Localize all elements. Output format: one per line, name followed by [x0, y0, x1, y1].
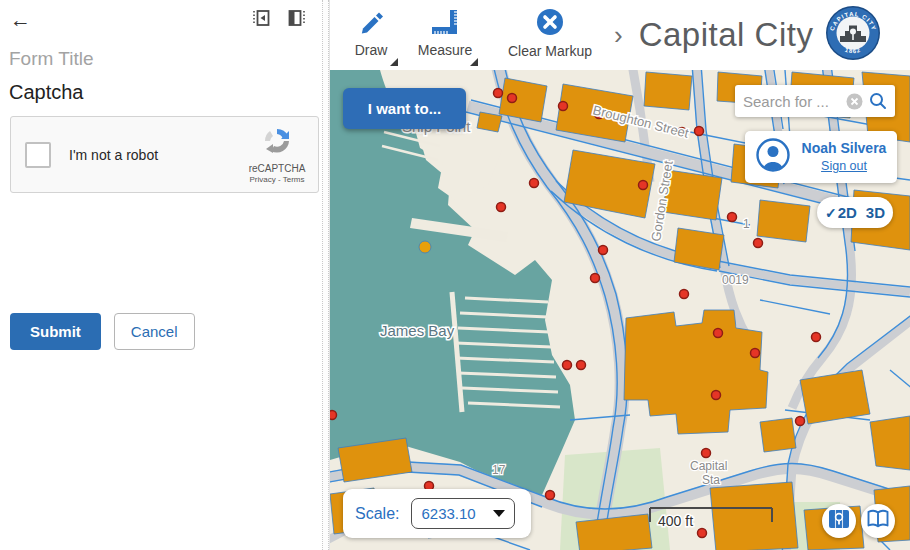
- map-label-parcel-1: 1: [743, 217, 750, 231]
- open-book-icon: [866, 509, 890, 533]
- ruler-icon: [430, 8, 460, 39]
- scale-dropdown-caret-icon[interactable]: [493, 510, 505, 517]
- map-label-capital-station-1: Capital: [690, 459, 727, 473]
- basemap-button[interactable]: [822, 504, 856, 538]
- captcha-section-title: Captcha: [9, 81, 329, 104]
- app-window: ← Form Title Captcha I'm not a: [0, 0, 910, 550]
- dock-right-icon[interactable]: [287, 8, 307, 32]
- view-3d-button[interactable]: 3D: [866, 204, 885, 221]
- clear-markup-tool-label: Clear Markup: [508, 43, 592, 59]
- app-title: Capital City: [639, 16, 814, 54]
- map-section: Draw: [330, 0, 910, 550]
- view-2d-button[interactable]: ✓ 2D: [825, 204, 857, 221]
- draw-tool-label: Draw: [355, 42, 388, 58]
- scale-value: 6233.10: [421, 505, 493, 522]
- panel-splitter-handle[interactable]: [322, 0, 329, 550]
- clear-markup-tool-button[interactable]: Clear Markup: [502, 2, 598, 69]
- draw-dropdown-caret-icon[interactable]: [390, 58, 398, 66]
- scale-combobox[interactable]: 6233.10: [411, 498, 515, 529]
- submit-button[interactable]: Submit: [10, 313, 101, 350]
- recaptcha-brand: reCAPTCHA Privacy - Terms: [244, 125, 310, 184]
- cancel-button[interactable]: Cancel: [114, 313, 195, 350]
- search-input[interactable]: [743, 93, 840, 110]
- basemap-icon: [828, 508, 850, 534]
- recaptcha-checkbox-label: I'm not a robot: [69, 147, 158, 163]
- city-logo: CAPITAL CITY 1862: [825, 5, 881, 65]
- top-toolbar: Draw: [330, 0, 910, 70]
- back-button[interactable]: ←: [10, 10, 31, 30]
- toolbar-expander-chevron-icon[interactable]: ›: [614, 22, 623, 48]
- search-bar: [735, 85, 895, 117]
- recaptcha-checkbox[interactable]: [25, 142, 51, 168]
- form-buttons-row: Submit Cancel: [10, 313, 329, 350]
- recaptcha-privacy-terms-links[interactable]: Privacy - Terms: [244, 175, 310, 184]
- draw-tool-button[interactable]: Draw: [342, 2, 400, 68]
- measure-dropdown-caret-icon[interactable]: [470, 58, 478, 66]
- form-title: Form Title: [9, 48, 329, 70]
- scalebar-label: 400 ft: [658, 513, 693, 529]
- view-mode-toggle: ✓ 2D 3D: [817, 197, 893, 228]
- pencil-icon: [357, 8, 385, 39]
- map-label-james-bay: James Bay: [380, 322, 455, 339]
- scale-widget: Scale: 6233.10: [343, 489, 531, 538]
- search-clear-icon[interactable]: [846, 93, 863, 110]
- bookmarks-button[interactable]: [861, 504, 895, 538]
- scale-label: Scale:: [355, 505, 399, 523]
- form-panel-header: ←: [0, 0, 329, 32]
- user-avatar-icon: [755, 137, 791, 177]
- sign-out-link[interactable]: Sign out: [821, 159, 867, 173]
- user-name: Noah Silvera: [801, 140, 887, 156]
- map-label-parcel-0019: 0019: [722, 273, 749, 287]
- measure-tool-label: Measure: [418, 42, 472, 58]
- form-panel: ← Form Title Captcha I'm not a: [0, 0, 330, 550]
- dock-left-icon[interactable]: [251, 8, 271, 32]
- recaptcha-widget: I'm not a robot reCAPTCHA Privacy - Term…: [10, 116, 319, 193]
- x-circle-icon: [536, 8, 564, 40]
- map-viewport[interactable]: Ship Point James Bay Broughton Street Go…: [330, 70, 910, 550]
- search-icon[interactable]: [869, 92, 887, 110]
- check-icon: ✓: [825, 205, 837, 221]
- measure-tool-button[interactable]: Measure: [410, 2, 480, 68]
- map-label-capital-station-2: Sta: [702, 473, 720, 487]
- recaptcha-logo-icon: [261, 143, 293, 160]
- i-want-to-button[interactable]: I want to...: [343, 88, 466, 129]
- map-label-parcel-17: 17: [492, 463, 506, 477]
- view-2d-label: 2D: [838, 204, 857, 221]
- user-card: Noah Silvera Sign out: [745, 131, 897, 183]
- recaptcha-brand-name: reCAPTCHA: [244, 163, 310, 174]
